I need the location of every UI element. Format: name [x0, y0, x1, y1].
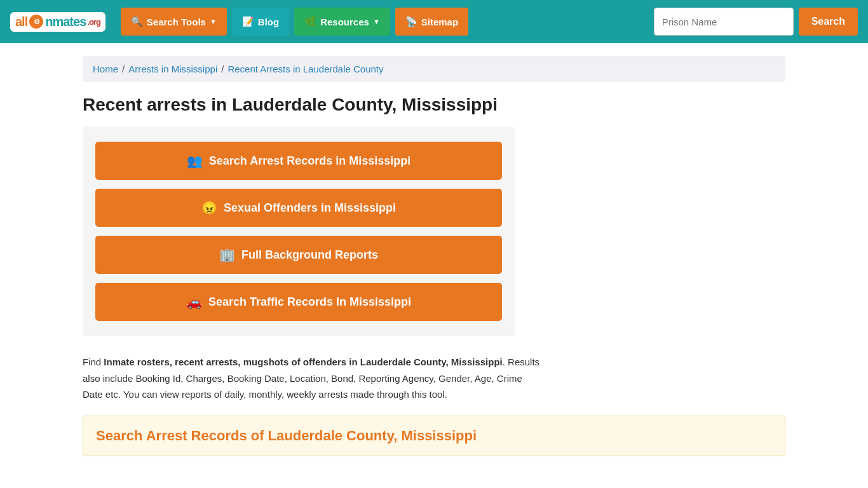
- section-title-box: Search Arrest Records of Lauderdale Coun…: [83, 416, 785, 456]
- breadcrumb-current[interactable]: Recent Arrests in Lauderdale County: [227, 64, 383, 74]
- breadcrumb-home[interactable]: Home: [93, 64, 118, 74]
- sexual-offenders-label: Sexual Offenders in Mississippi: [224, 201, 396, 215]
- breadcrumb: Home / Arrests in Mississippi / Recent A…: [93, 64, 775, 74]
- breadcrumb-sep-2: /: [221, 64, 224, 74]
- chevron-down-icon-2: ▼: [373, 18, 380, 25]
- header-search-area: Search: [654, 8, 858, 36]
- sexual-offenders-button[interactable]: 😠 Sexual Offenders in Mississippi: [95, 189, 502, 227]
- action-box: 👥 Search Arrest Records in Mississippi 😠…: [83, 126, 515, 336]
- nav-resources[interactable]: 🌿 Resources ▼: [294, 8, 390, 36]
- main-nav: 🔍 Search Tools ▼ 📝 Blog 🌿 Resources ▼ 📡 …: [121, 8, 646, 36]
- nav-search-tools[interactable]: 🔍 Search Tools ▼: [121, 8, 227, 36]
- background-reports-button[interactable]: 🏢 Full Background Reports: [95, 236, 502, 274]
- background-reports-label: Full Background Reports: [241, 248, 378, 262]
- page-title: Recent arrests in Lauderdale County, Mis…: [83, 95, 785, 115]
- nav-blog-label: Blog: [258, 17, 279, 27]
- nav-sitemap-label: Sitemap: [421, 17, 458, 27]
- main-content: Recent arrests in Lauderdale County, Mis…: [83, 82, 785, 469]
- nav-search-tools-label: Search Tools: [147, 17, 206, 27]
- arrest-records-button[interactable]: 👥 Search Arrest Records in Mississippi: [95, 142, 502, 180]
- description-text: Find Inmate rosters, recent arrests, mug…: [83, 354, 540, 403]
- breadcrumb-container: Home / Arrests in Mississippi / Recent A…: [83, 56, 785, 82]
- nav-sitemap[interactable]: 📡 Sitemap: [395, 8, 468, 36]
- arrest-records-label: Search Arrest Records in Mississippi: [209, 154, 410, 168]
- logo-inmates: nmates: [45, 15, 86, 29]
- logo-icon: ⚙: [29, 15, 43, 29]
- nav-resources-label: Resources: [320, 17, 369, 27]
- prison-name-input[interactable]: [654, 8, 794, 36]
- site-logo[interactable]: all ⚙ nmates .org: [10, 12, 105, 32]
- section-title: Search Arrest Records of Lauderdale Coun…: [96, 428, 772, 444]
- building-icon: 🏢: [219, 247, 235, 262]
- search-tools-icon: 🔍: [131, 16, 143, 27]
- blog-icon: 📝: [242, 16, 254, 27]
- logo-org: .org: [87, 17, 100, 27]
- breadcrumb-arrests-ms[interactable]: Arrests in Mississippi: [128, 64, 217, 74]
- resources-icon: 🌿: [304, 16, 316, 27]
- traffic-records-button[interactable]: 🚗 Search Traffic Records In Mississippi: [95, 283, 502, 321]
- breadcrumb-sep-1: /: [122, 64, 125, 74]
- nav-blog[interactable]: 📝 Blog: [232, 8, 289, 36]
- sitemap-icon: 📡: [405, 16, 417, 27]
- logo-all: all: [15, 15, 27, 29]
- header-search-button[interactable]: Search: [799, 8, 858, 36]
- chevron-down-icon: ▼: [210, 18, 217, 25]
- traffic-records-label: Search Traffic Records In Mississippi: [208, 295, 411, 309]
- site-header: all ⚙ nmates .org 🔍 Search Tools ▼ 📝 Blo…: [0, 0, 868, 43]
- offender-icon: 😠: [201, 200, 217, 215]
- car-icon: 🚗: [186, 294, 202, 309]
- description-bold: Inmate rosters, recent arrests, mugshots…: [104, 356, 502, 367]
- people-icon: 👥: [187, 153, 203, 168]
- description-prefix: Find: [83, 356, 104, 367]
